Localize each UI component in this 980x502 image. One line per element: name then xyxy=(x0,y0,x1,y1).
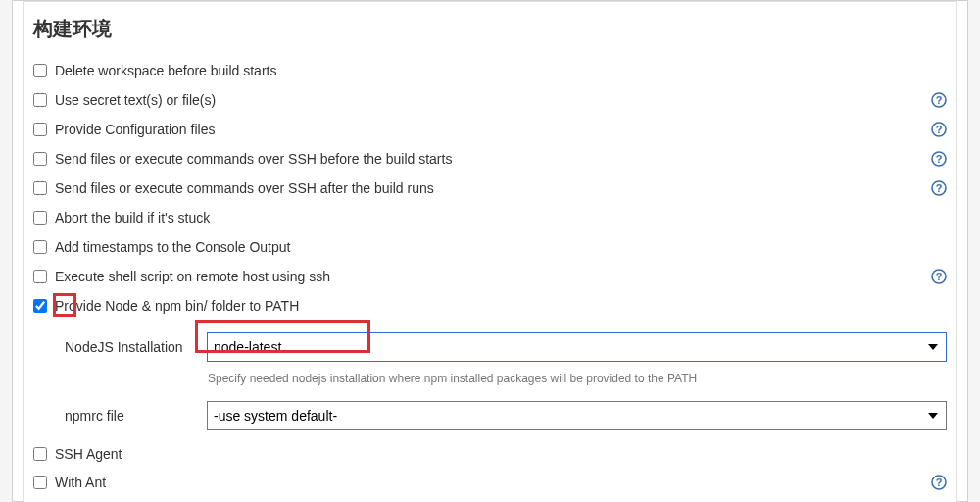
option-ssh-before[interactable]: Send files or execute commands over SSH … xyxy=(24,144,956,174)
option-label: Provide Node & npm bin/ folder to PATH xyxy=(55,298,947,314)
nodejs-install-label: NodeJS Installation xyxy=(65,339,207,355)
checkbox-ssh-before[interactable] xyxy=(33,152,47,166)
option-label: Execute shell script on remote host usin… xyxy=(55,269,931,284)
nodejs-installation-row: NodeJS Installation node-latest xyxy=(24,321,956,368)
option-label: Send files or execute commands over SSH … xyxy=(55,180,931,196)
option-ssh-after[interactable]: Send files or execute commands over SSH … xyxy=(24,174,956,203)
checkbox-add-timestamps[interactable] xyxy=(33,240,47,254)
svg-text:?: ? xyxy=(936,94,943,106)
option-use-secret[interactable]: Use secret text(s) or file(s) ? xyxy=(24,85,956,115)
option-label: With Ant xyxy=(55,475,931,490)
option-add-timestamps[interactable]: Add timestamps to the Console Output xyxy=(24,232,956,262)
checkbox-delete-workspace[interactable] xyxy=(33,64,47,77)
help-icon[interactable]: ? xyxy=(931,122,947,137)
checkbox-provide-node[interactable] xyxy=(33,299,47,313)
nodejs-install-helptext: Specify needed nodejs installation where… xyxy=(24,368,956,395)
svg-text:?: ? xyxy=(936,182,943,194)
section-title: 构建环境 xyxy=(24,2,956,56)
option-exec-shell-ssh[interactable]: Execute shell script on remote host usin… xyxy=(24,262,956,291)
option-ssh-agent[interactable]: SSH Agent xyxy=(24,436,956,468)
option-with-ant[interactable]: With Ant ? xyxy=(24,468,956,497)
nodejs-install-select[interactable]: node-latest xyxy=(207,332,947,362)
help-icon[interactable]: ? xyxy=(931,475,947,490)
npmrc-select[interactable]: -use system default- xyxy=(207,401,947,430)
panel-inner: 构建环境 Delete workspace before build start… xyxy=(23,1,957,502)
svg-text:?: ? xyxy=(936,477,943,488)
option-label: Use secret text(s) or file(s) xyxy=(55,92,931,108)
config-panel: 构建环境 Delete workspace before build start… xyxy=(12,0,968,502)
svg-text:?: ? xyxy=(936,124,943,135)
npmrc-label: npmrc file xyxy=(65,408,207,424)
help-icon[interactable]: ? xyxy=(931,180,947,196)
option-label: SSH Agent xyxy=(55,446,947,462)
checkbox-with-ant[interactable] xyxy=(33,476,47,489)
option-label: Abort the build if it's stuck xyxy=(55,210,947,226)
svg-text:?: ? xyxy=(936,153,943,165)
option-abort-stuck[interactable]: Abort the build if it's stuck xyxy=(24,203,956,232)
checkbox-ssh-agent[interactable] xyxy=(33,447,47,461)
checkbox-provide-config[interactable] xyxy=(33,123,47,136)
svg-text:?: ? xyxy=(936,271,943,282)
checkbox-abort-stuck[interactable] xyxy=(33,211,47,225)
option-label: Provide Configuration files xyxy=(55,122,931,137)
help-icon[interactable]: ? xyxy=(931,269,947,284)
option-provide-node[interactable]: Provide Node & npm bin/ folder to PATH xyxy=(24,291,956,321)
checkbox-exec-shell-ssh[interactable] xyxy=(33,270,47,283)
help-icon[interactable]: ? xyxy=(931,151,947,167)
option-provide-config[interactable]: Provide Configuration files ? xyxy=(24,115,956,144)
option-label: Add timestamps to the Console Output xyxy=(55,239,947,255)
checkbox-ssh-after[interactable] xyxy=(33,181,47,195)
option-label: Send files or execute commands over SSH … xyxy=(55,151,931,167)
option-delete-workspace[interactable]: Delete workspace before build starts xyxy=(24,56,956,85)
npmrc-file-row: npmrc file -use system default- xyxy=(24,395,956,436)
help-icon[interactable]: ? xyxy=(931,92,947,108)
option-label: Delete workspace before build starts xyxy=(55,63,947,78)
checkbox-use-secret[interactable] xyxy=(33,93,47,107)
